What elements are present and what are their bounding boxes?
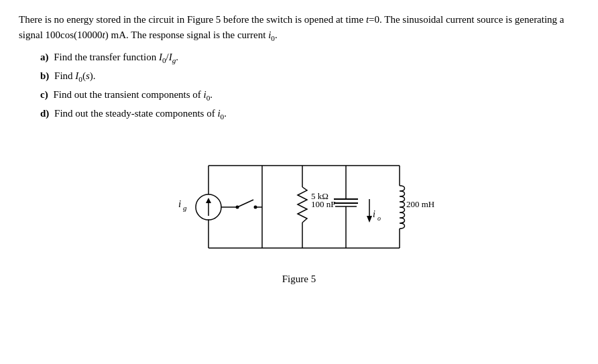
figure-caption: Figure 5: [282, 274, 316, 285]
ig-label: i: [178, 198, 181, 209]
part-d-text: Find out the steady-state components of …: [54, 108, 227, 119]
part-c-label: c): [40, 89, 48, 100]
circuit-svg: i g: [158, 135, 440, 269]
part-d: d) Find out the steady-state components …: [40, 105, 579, 123]
part-c-text: Find out the transient components of i0.: [53, 89, 213, 100]
figure-area: i g: [19, 135, 579, 285]
circuit-diagram: i g: [158, 135, 440, 269]
ig-subscript-text: g: [183, 204, 187, 212]
part-b-text: Find I0(s).: [54, 70, 95, 81]
part-c: c) Find out the transient components of …: [40, 86, 579, 105]
inductor-label: 200 mH: [406, 199, 434, 209]
io-label: i: [373, 209, 375, 219]
part-d-label: d): [40, 108, 49, 119]
part-a-label: a): [40, 52, 49, 62]
problem-text: There is no energy stored in the circuit…: [19, 12, 579, 45]
part-b: b) Find I0(s).: [40, 68, 579, 86]
parts-list: a) Find the transfer function I0/Ig. b) …: [40, 49, 579, 124]
capacitor-label: 100 nF: [311, 199, 335, 209]
part-a: a) Find the transfer function I0/Ig.: [40, 49, 579, 67]
io-subscript: o: [377, 215, 381, 222]
caption-text: Figure 5: [282, 274, 316, 284]
svg-rect-22: [158, 135, 440, 269]
part-a-text: Find the transfer function I0/Ig.: [54, 52, 178, 62]
intro-paragraph: There is no energy stored in the circuit…: [19, 12, 579, 45]
page: There is no energy stored in the circuit…: [0, 0, 598, 292]
part-b-label: b): [40, 70, 49, 81]
